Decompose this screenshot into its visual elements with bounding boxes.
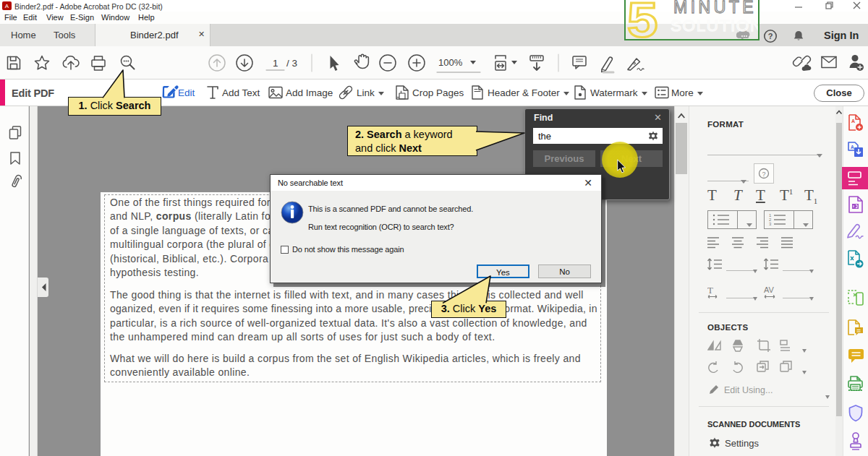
- svg-text:AV: AV: [764, 285, 775, 294]
- svg-text:/ 3: / 3: [286, 58, 297, 69]
- svg-text:A: A: [5, 3, 9, 9]
- svg-text:100%: 100%: [438, 57, 463, 68]
- svg-text:A: A: [851, 119, 855, 124]
- svg-text:1: 1: [273, 58, 278, 69]
- svg-text:3: 3: [769, 222, 772, 226]
- svg-text:T: T: [707, 285, 713, 296]
- svg-text:?: ?: [768, 32, 773, 40]
- svg-text:?: ?: [762, 171, 765, 178]
- svg-text:A: A: [851, 145, 854, 150]
